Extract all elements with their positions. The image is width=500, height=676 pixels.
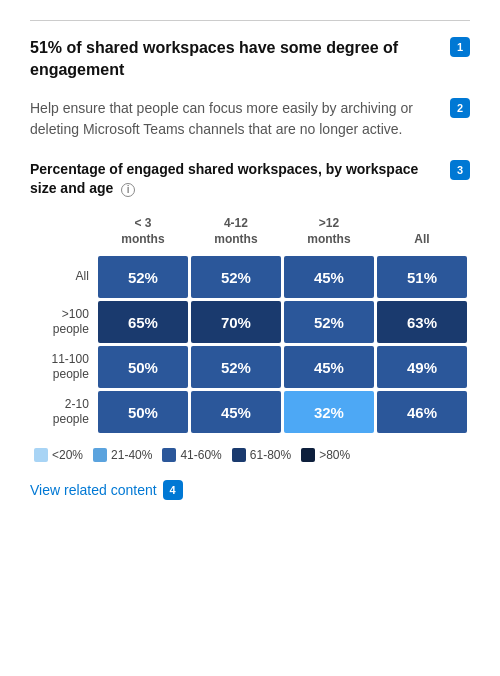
section2-text: Help ensure that people can focus more e… bbox=[30, 98, 450, 140]
legend-label-3: 61-80% bbox=[250, 448, 291, 462]
cell-0-1: 52% bbox=[191, 256, 281, 298]
section1-badge: 1 bbox=[450, 37, 470, 57]
cell-1-1: 70% bbox=[191, 301, 281, 343]
legend-item-2: 41-60% bbox=[162, 448, 221, 462]
top-divider bbox=[30, 20, 470, 21]
section1-title: 51% of shared workspaces have some degre… bbox=[30, 37, 450, 82]
info-icon[interactable]: i bbox=[121, 183, 135, 197]
chart-legend: <20%21-40%41-60%61-80%>80% bbox=[30, 448, 470, 462]
section3-badge: 3 bbox=[450, 160, 470, 180]
row-label-3: 2-10 people bbox=[33, 391, 95, 433]
legend-item-3: 61-80% bbox=[232, 448, 291, 462]
legend-swatch-3 bbox=[232, 448, 246, 462]
section2: Help ensure that people can focus more e… bbox=[30, 98, 470, 140]
view-related-link[interactable]: View related content bbox=[30, 482, 157, 498]
legend-swatch-2 bbox=[162, 448, 176, 462]
legend-swatch-4 bbox=[301, 448, 315, 462]
row-label-0: All bbox=[33, 256, 95, 298]
legend-swatch-1 bbox=[93, 448, 107, 462]
section1: 51% of shared workspaces have some degre… bbox=[30, 37, 470, 82]
legend-item-4: >80% bbox=[301, 448, 350, 462]
col-header-0: < 3 months bbox=[98, 212, 188, 253]
cell-2-3: 49% bbox=[377, 346, 467, 388]
legend-label-4: >80% bbox=[319, 448, 350, 462]
cell-0-3: 51% bbox=[377, 256, 467, 298]
view-related-section: View related content 4 bbox=[30, 480, 470, 500]
cell-2-0: 50% bbox=[98, 346, 188, 388]
col-header-2: >12 months bbox=[284, 212, 374, 253]
legend-item-1: 21-40% bbox=[93, 448, 152, 462]
view-related-badge: 4 bbox=[163, 480, 183, 500]
legend-swatch-0 bbox=[34, 448, 48, 462]
legend-item-0: <20% bbox=[34, 448, 83, 462]
cell-1-2: 52% bbox=[284, 301, 374, 343]
legend-label-1: 21-40% bbox=[111, 448, 152, 462]
row-label-2: 11-100 people bbox=[33, 346, 95, 388]
col-header-3: All bbox=[377, 212, 467, 253]
cell-1-0: 65% bbox=[98, 301, 188, 343]
cell-3-3: 46% bbox=[377, 391, 467, 433]
cell-0-0: 52% bbox=[98, 256, 188, 298]
section3-header: Percentage of engaged shared workspaces,… bbox=[30, 160, 470, 199]
legend-label-0: <20% bbox=[52, 448, 83, 462]
cell-1-3: 63% bbox=[377, 301, 467, 343]
cell-2-1: 52% bbox=[191, 346, 281, 388]
col-header-1: 4-12 months bbox=[191, 212, 281, 253]
cell-0-2: 45% bbox=[284, 256, 374, 298]
data-table: < 3 months 4-12 months >12 months All Al… bbox=[30, 209, 470, 436]
cell-3-1: 45% bbox=[191, 391, 281, 433]
row-label-1: >100 people bbox=[33, 301, 95, 343]
section2-badge: 2 bbox=[450, 98, 470, 118]
legend-label-2: 41-60% bbox=[180, 448, 221, 462]
cell-2-2: 45% bbox=[284, 346, 374, 388]
cell-3-2: 32% bbox=[284, 391, 374, 433]
cell-3-0: 50% bbox=[98, 391, 188, 433]
section3-title: Percentage of engaged shared workspaces,… bbox=[30, 160, 450, 199]
